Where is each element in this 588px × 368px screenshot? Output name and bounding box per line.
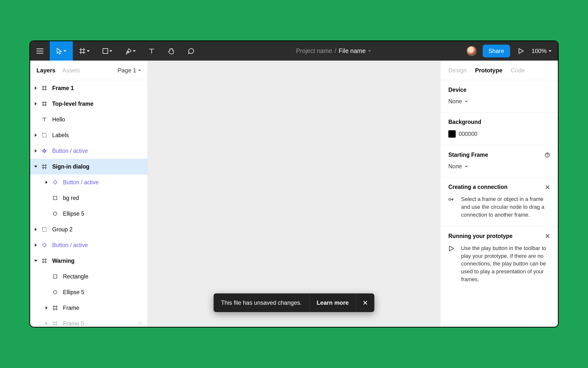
layer-label: Button / active (52, 242, 88, 249)
layer-row[interactable]: Button / active (30, 174, 147, 190)
frame-icon (40, 257, 48, 265)
close-icon (545, 185, 550, 190)
chevron-down-icon (465, 166, 468, 167)
chevron-down-icon (63, 50, 66, 52)
expand-arrow[interactable] (44, 181, 49, 184)
text-icon (40, 116, 48, 123)
user-avatar[interactable] (466, 46, 477, 56)
layer-row[interactable]: Top-level frame (30, 96, 147, 112)
tab-assets[interactable]: Assets (62, 67, 80, 74)
layers-list: Frame 1Top-level frameHelloLabelsButton … (30, 80, 147, 327)
layer-label: Hello (52, 116, 65, 123)
share-button[interactable]: Share (483, 45, 510, 57)
layer-row[interactable]: Rectangle (30, 269, 147, 284)
layer-row[interactable]: Labels (30, 127, 147, 143)
chevron-down-icon (87, 50, 90, 52)
expand-arrow[interactable] (44, 322, 49, 325)
layer-row[interactable]: Group 2 (30, 222, 147, 237)
layer-row[interactable]: Frame 1 (30, 80, 147, 96)
layer-row[interactable]: Button / active (30, 143, 147, 159)
file-title[interactable]: Project name / File name (201, 47, 466, 54)
starting-frame-section: Starting Frame None (441, 145, 558, 177)
tab-code[interactable]: Code (511, 67, 525, 74)
instance-icon (51, 178, 59, 186)
frame-icon (40, 100, 48, 108)
frame-icon (40, 84, 48, 92)
device-section: Device None (441, 80, 558, 112)
canvas[interactable] (148, 61, 440, 327)
text-tool-button[interactable] (142, 41, 161, 61)
zoom-selector[interactable]: 100% (532, 48, 551, 54)
chevron-down-icon (549, 50, 551, 52)
device-selector[interactable]: None (448, 98, 550, 105)
layer-row[interactable]: Frame (30, 300, 147, 316)
expand-arrow[interactable] (33, 228, 38, 231)
expand-arrow[interactable] (33, 86, 38, 90)
layer-label: Ellipse 5 (63, 289, 84, 296)
expand-arrow[interactable] (33, 133, 38, 137)
left-panel: Layers Assets Page 1 Frame 1Top-level fr… (30, 61, 148, 327)
comment-tool-button[interactable] (181, 41, 201, 61)
layer-row[interactable]: bg red (30, 190, 147, 206)
rect-icon (51, 273, 59, 280)
device-title: Device (448, 87, 550, 93)
frame-tool-button[interactable] (73, 41, 96, 61)
toast-close-button[interactable] (356, 293, 374, 312)
layer-row[interactable]: Button / active (30, 237, 147, 253)
layer-row[interactable]: Frame 5 (30, 316, 147, 327)
info-running-text: Use the play button in the toolbar to pl… (461, 244, 550, 283)
shape-tool-button[interactable] (96, 41, 119, 61)
expand-arrow[interactable] (33, 243, 38, 247)
expand-arrow[interactable] (33, 166, 38, 168)
page-label: Page 1 (118, 67, 136, 74)
layer-row[interactable]: Hello (30, 112, 147, 127)
close-button[interactable] (545, 185, 550, 190)
chevron-down-icon (368, 50, 371, 52)
separator: / (335, 47, 336, 54)
right-panel-header: Design Prototype Code (441, 61, 558, 80)
svg-rect-5 (42, 227, 46, 231)
toast-learn-more-button[interactable]: Learn more (309, 293, 356, 312)
visibility-toggle[interactable] (137, 321, 143, 326)
zoom-value: 100% (532, 48, 547, 54)
color-swatch[interactable] (448, 130, 456, 138)
layer-row[interactable]: Sign-in dialog (30, 159, 147, 174)
layer-row[interactable]: Ellipse 5 (30, 284, 147, 300)
hand-tool-button[interactable] (161, 41, 181, 61)
starting-frame-title: Starting Frame (448, 152, 550, 158)
expand-arrow[interactable] (44, 306, 49, 310)
layer-label: Group 2 (52, 226, 73, 233)
starting-frame-selector[interactable]: None (448, 163, 550, 170)
expand-arrow[interactable] (33, 149, 38, 153)
tab-design[interactable]: Design (448, 67, 467, 74)
main-menu-button[interactable] (30, 41, 50, 61)
chevron-down-icon (138, 70, 141, 71)
layer-label: Top-level frame (52, 101, 93, 107)
chevron-down-icon (133, 50, 136, 52)
right-panel: Design Prototype Code Device None Backgr… (440, 61, 558, 327)
svg-point-7 (53, 290, 57, 294)
ellipse-icon (51, 210, 59, 218)
layer-label: Rectangle (63, 273, 88, 280)
layer-row[interactable]: Warning (30, 253, 147, 269)
close-icon (363, 300, 368, 305)
layer-label: Button / active (52, 148, 88, 154)
layer-label: Frame 1 (52, 85, 74, 92)
layer-row[interactable]: Ellipse 5 (30, 206, 147, 222)
rect-icon (51, 194, 59, 202)
close-button[interactable] (545, 234, 550, 238)
page-selector[interactable]: Page 1 (118, 67, 141, 74)
pen-tool-button[interactable] (119, 41, 142, 61)
background-color-row[interactable]: 000000 (448, 130, 550, 138)
tab-layers[interactable]: Layers (37, 67, 55, 74)
help-icon[interactable] (545, 152, 550, 158)
text-tool-icon (148, 48, 155, 54)
layer-label: Ellipse 5 (63, 210, 84, 217)
tab-prototype[interactable]: Prototype (475, 67, 502, 74)
starting-frame-value: None (448, 163, 462, 170)
hand-tool-icon (168, 48, 175, 54)
present-button[interactable] (516, 41, 526, 61)
expand-arrow[interactable] (33, 260, 38, 262)
expand-arrow[interactable] (33, 102, 38, 105)
move-tool-button[interactable] (50, 41, 73, 61)
